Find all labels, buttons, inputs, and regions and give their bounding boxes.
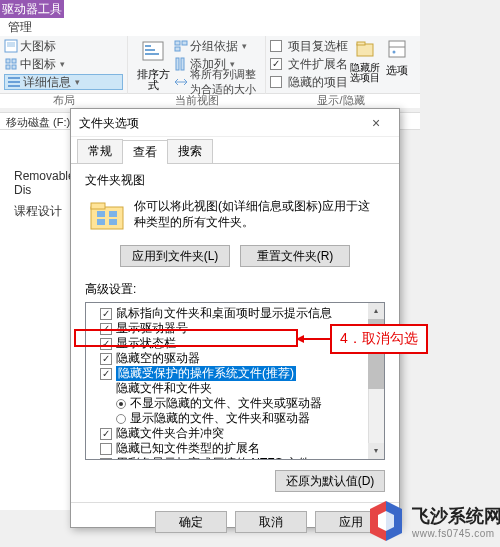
tab-search[interactable]: 搜索	[167, 139, 213, 163]
medium-icons-icon	[4, 57, 18, 71]
tree-item[interactable]: 隐藏文件夹合并冲突	[88, 426, 382, 441]
tree-item-label: 隐藏受保护的操作系统文件(推荐)	[116, 366, 296, 381]
ribbon-tab-row: 管理	[0, 18, 40, 36]
cancel-button[interactable]: 取消	[235, 511, 307, 533]
checkbox-icon[interactable]	[100, 443, 112, 455]
ribbon-body: 大图标 中图标▾ 详细信息▾ 布局 排序方式 分组依据▾ 添加列▾	[0, 36, 420, 94]
medium-icons-option[interactable]: 中图标▾	[4, 56, 123, 72]
group-showhide-label: 显示/隐藏	[266, 93, 416, 108]
large-icons-icon	[4, 39, 18, 53]
svg-rect-26	[109, 211, 117, 217]
svg-rect-10	[145, 45, 151, 47]
file-extensions-toggle[interactable]: 文件扩展名	[270, 56, 348, 72]
checkbox-icon	[270, 40, 282, 52]
checkbox-icon	[270, 76, 282, 88]
svg-marker-30	[296, 335, 304, 343]
sort-by-button[interactable]: 排序方式	[132, 38, 174, 92]
tree-item[interactable]: 用彩色显示加密或压缩的 NTFS 文件	[88, 456, 382, 460]
svg-rect-27	[97, 219, 105, 225]
scroll-down-arrow[interactable]: ▾	[368, 443, 384, 459]
ribbon-context-title: 驱动器工具	[0, 0, 64, 18]
details-icon	[7, 75, 21, 89]
ribbon-tab-manage[interactable]: 管理	[0, 18, 40, 36]
svg-rect-7	[8, 81, 20, 83]
ribbon-group-currentview: 排序方式 分组依据▾ 添加列▾ 将所有列调整为合适的大小 当前视图	[128, 36, 266, 94]
tree-radio-item[interactable]: 不显示隐藏的文件、文件夹或驱动器	[88, 396, 382, 411]
group-by-button[interactable]: 分组依据▾	[174, 38, 261, 54]
ok-button[interactable]: 确定	[155, 511, 227, 533]
tree-item[interactable]: 隐藏文件和文件夹	[88, 381, 382, 396]
tree-item-label: 显示隐藏的文件、文件夹和驱动器	[130, 411, 310, 426]
svg-rect-2	[6, 59, 10, 63]
hidden-items-toggle[interactable]: 隐藏的项目	[270, 74, 348, 90]
svg-rect-15	[175, 47, 180, 51]
hide-selected-label: 隐藏所选项目	[348, 63, 382, 83]
svg-rect-20	[389, 41, 405, 57]
checkbox-icon[interactable]	[100, 368, 112, 380]
checkbox-icon[interactable]	[100, 428, 112, 440]
options-icon	[386, 38, 408, 60]
close-button[interactable]: ×	[361, 109, 391, 137]
file-extensions-label: 文件扩展名	[288, 56, 348, 73]
add-column-icon	[174, 57, 188, 71]
svg-rect-14	[182, 41, 187, 45]
folder-view-label: 文件夹视图	[85, 172, 385, 189]
svg-rect-18	[357, 44, 373, 56]
tab-view[interactable]: 查看	[122, 140, 168, 164]
logo-mark-icon	[364, 499, 408, 543]
reset-folders-button[interactable]: 重置文件夹(R)	[240, 245, 350, 267]
tree-item-label: 隐藏空的驱动器	[116, 351, 200, 366]
tree-item-label: 隐藏已知文件类型的扩展名	[116, 441, 260, 456]
svg-rect-13	[175, 41, 180, 45]
large-icons-option[interactable]: 大图标	[4, 38, 123, 54]
annotation-label: 4．取消勾选	[330, 324, 428, 354]
group-layout-label: 布局	[0, 93, 127, 108]
hidden-items-label: 隐藏的项目	[288, 74, 348, 91]
svg-rect-3	[12, 59, 16, 63]
tree-item-highlighted[interactable]: 隐藏受保护的操作系统文件(推荐)	[88, 366, 382, 381]
tree-item-label: 显示状态栏	[116, 336, 176, 351]
details-option[interactable]: 详细信息▾	[4, 74, 123, 90]
svg-rect-4	[6, 65, 10, 69]
checkbox-icon[interactable]	[100, 338, 112, 350]
scroll-up-arrow[interactable]: ▴	[368, 303, 384, 319]
tree-radio-item[interactable]: 显示隐藏的文件、文件夹和驱动器	[88, 411, 382, 426]
checkbox-icon[interactable]	[100, 458, 112, 461]
tree-item-label: 用彩色显示加密或压缩的 NTFS 文件	[116, 456, 310, 460]
tree-item[interactable]: 鼠标指向文件夹和桌面项时显示提示信息	[88, 306, 382, 321]
hide-icon	[354, 38, 376, 60]
options-button[interactable]: 选项	[382, 38, 412, 92]
svg-point-22	[393, 51, 396, 54]
svg-rect-11	[145, 49, 155, 51]
sort-by-label: 排序方式	[132, 69, 174, 91]
radio-icon[interactable]	[116, 399, 126, 409]
site-logo: 飞沙系统网 www.fs0745.com	[364, 499, 500, 543]
chevron-down-icon: ▾	[60, 59, 65, 69]
svg-rect-28	[109, 219, 117, 225]
size-all-columns-button[interactable]: 将所有列调整为合适的大小	[174, 74, 261, 90]
hide-selected-button[interactable]: 隐藏所选项目	[348, 38, 382, 92]
svg-rect-1	[7, 42, 15, 47]
svg-rect-24	[91, 203, 105, 209]
apply-to-folders-button[interactable]: 应用到文件夹(L)	[120, 245, 230, 267]
svg-rect-19	[357, 42, 365, 45]
item-checkboxes-toggle[interactable]: 项目复选框	[270, 38, 348, 54]
sort-icon	[139, 38, 167, 66]
checkbox-icon	[270, 58, 282, 70]
restore-defaults-button[interactable]: 还原为默认值(D)	[275, 470, 385, 492]
checkbox-icon[interactable]	[100, 323, 112, 335]
folder-options-dialog: 文件夹选项 × 常规 查看 搜索 文件夹视图 你可以将此视图(如详细信息或图标)…	[70, 108, 400, 528]
radio-icon[interactable]	[116, 414, 126, 424]
svg-rect-12	[145, 53, 159, 55]
logo-url: www.fs0745.com	[412, 528, 500, 539]
tab-general[interactable]: 常规	[77, 139, 123, 163]
svg-rect-23	[91, 207, 123, 229]
checkbox-icon[interactable]	[100, 353, 112, 365]
tree-item[interactable]: 隐藏已知文件类型的扩展名	[88, 441, 382, 456]
tree-item-label: 显示驱动器号	[116, 321, 188, 336]
svg-rect-25	[97, 211, 105, 217]
advanced-settings-label: 高级设置:	[71, 281, 399, 298]
checkbox-icon[interactable]	[100, 308, 112, 320]
ribbon-group-showhide: 项目复选框 文件扩展名 隐藏的项目 隐藏所选项目 选项 显示/隐藏	[266, 36, 416, 94]
item-checkboxes-label: 项目复选框	[288, 38, 348, 55]
